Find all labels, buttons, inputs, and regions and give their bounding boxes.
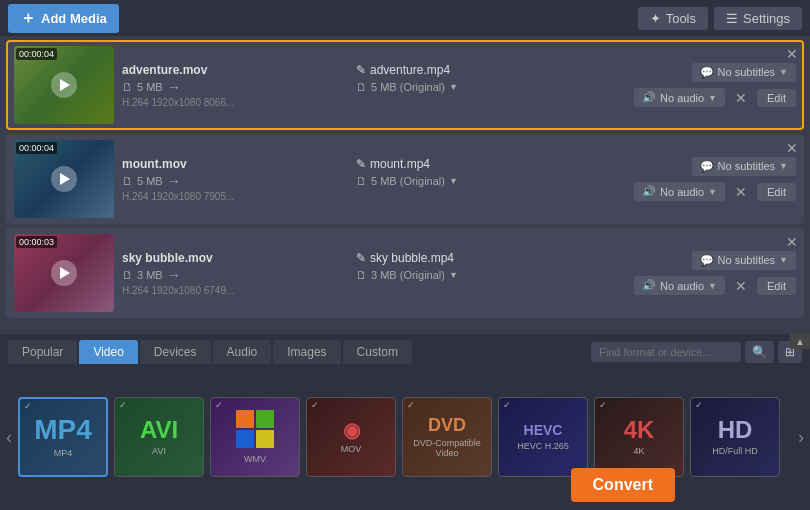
format-card-hd[interactable]: ✓ HD HD/Full HD [690, 397, 780, 477]
scroll-left-button[interactable]: ‹ [0, 427, 18, 448]
subtitle-row-2: 💬 No subtitles ▼ [692, 157, 796, 176]
convert-orange-label: Convert [593, 476, 653, 493]
format-card-dvd[interactable]: ✓ DVD DVD-Compatible Video [402, 397, 492, 477]
play-button-3[interactable] [51, 260, 77, 286]
format-label-wmv: WMV [244, 454, 266, 464]
media-info-1: adventure.mov ✎ adventure.mp4 🗋 5 MB → 🗋… [114, 63, 596, 108]
format-label-dvd: DVD-Compatible Video [403, 438, 491, 458]
remove-audio-1[interactable]: ✕ [731, 88, 751, 108]
arrow-icon: → [167, 79, 181, 95]
add-media-button[interactable]: ＋ Add Media [8, 4, 119, 33]
file-meta-3: H.264 1920x1080 6749... [122, 285, 588, 296]
remove-audio-2[interactable]: ✕ [731, 182, 751, 202]
arrow-icon: → [167, 173, 181, 189]
tab-custom[interactable]: Custom [343, 340, 412, 364]
pencil-icon: ✎ [356, 157, 366, 171]
format-label-mp4: MP4 [54, 448, 73, 458]
settings-label: Settings [743, 11, 790, 26]
dropdown-arrow: ▼ [449, 176, 458, 186]
format-card-hevc[interactable]: ✓ HEVC HEVC H.265 [498, 397, 588, 477]
audio-button-2[interactable]: 🔊 No audio ▼ [634, 182, 725, 201]
search-button[interactable]: 🔍 [745, 341, 774, 363]
format-panel: ▲ Popular Video Devices Audio Images Cus… [0, 334, 810, 510]
tab-images[interactable]: Images [273, 340, 340, 364]
pencil-icon: ✎ [356, 251, 366, 265]
remove-item-1[interactable]: ✕ [786, 46, 798, 62]
check-icon: ✓ [311, 400, 319, 410]
check-icon: ✓ [119, 400, 127, 410]
format-card-4k[interactable]: ✓ 4K 4K [594, 397, 684, 477]
tab-popular[interactable]: Popular [8, 340, 77, 364]
media-controls-1: 💬 No subtitles ▼ 🔊 No audio ▼ ✕ Edit [596, 63, 796, 108]
audio-button-3[interactable]: 🔊 No audio ▼ [634, 276, 725, 295]
check-icon: ✓ [503, 400, 511, 410]
subtitle-row-3: 💬 No subtitles ▼ [692, 251, 796, 270]
remove-audio-3[interactable]: ✕ [731, 276, 751, 296]
tools-label: Tools [666, 11, 696, 26]
format-search-input[interactable] [591, 342, 741, 362]
pencil-icon: ✎ [356, 63, 366, 77]
subtitle-icon: 💬 [700, 66, 714, 79]
check-icon: ✓ [24, 401, 32, 411]
format-logo-4k: 4K [624, 418, 655, 442]
format-logo-mp4: MP4 [34, 416, 92, 444]
play-button-1[interactable] [51, 72, 77, 98]
output-size-3: 🗋 3 MB (Original) ▼ [356, 269, 588, 281]
edit-button-3[interactable]: Edit [757, 277, 796, 295]
plus-icon: ＋ [20, 8, 36, 29]
format-label-hd: HD/Full HD [712, 446, 758, 456]
tab-audio[interactable]: Audio [213, 340, 272, 364]
subtitle-button-1[interactable]: 💬 No subtitles ▼ [692, 63, 796, 82]
format-logo-dvd: DVD [428, 416, 466, 434]
table-row[interactable]: 00:00:04 mount.mov ✎ mount.mp4 🗋 5 MB → … [6, 134, 804, 224]
thumbnail-1: 00:00:04 [14, 46, 114, 124]
table-row[interactable]: 00:00:04 adventure.mov ✎ adventure.mp4 🗋… [6, 40, 804, 130]
check-icon: ✓ [407, 400, 415, 410]
add-media-label: Add Media [41, 11, 107, 26]
format-card-avi[interactable]: ✓ AVI AVI [114, 397, 204, 477]
toolbar: ＋ Add Media ✦ Tools ☰ Settings [0, 0, 810, 36]
file-icon-out: 🗋 [356, 175, 367, 187]
dropdown-arrow: ▼ [449, 82, 458, 92]
audio-edit-row-2: 🔊 No audio ▼ ✕ Edit [634, 182, 796, 202]
thumbnail-2: 00:00:04 [14, 140, 114, 218]
check-icon: ✓ [215, 400, 223, 410]
format-logo-hd: HD [718, 418, 753, 442]
output-filename-1: ✎ adventure.mp4 [356, 63, 588, 77]
file-icon: 🗋 [122, 269, 133, 281]
toolbar-right: ✦ Tools ☰ Settings [638, 7, 802, 30]
audio-button-1[interactable]: 🔊 No audio ▼ [634, 88, 725, 107]
video-duration-3: 00:00:03 [16, 236, 57, 248]
panel-collapse-button[interactable]: ▲ [790, 334, 810, 349]
settings-button[interactable]: ☰ Settings [714, 7, 802, 30]
tab-devices[interactable]: Devices [140, 340, 211, 364]
remove-item-3[interactable]: ✕ [786, 234, 798, 250]
video-duration-1: 00:00:04 [16, 48, 57, 60]
audio-edit-row-1: 🔊 No audio ▼ ✕ Edit [634, 88, 796, 108]
convert-orange-button[interactable]: Convert [571, 468, 675, 502]
check-icon: ✓ [599, 400, 607, 410]
subtitle-button-3[interactable]: 💬 No subtitles ▼ [692, 251, 796, 270]
format-label-mov: MOV [341, 444, 362, 454]
format-card-mp4[interactable]: ✓ MP4 MP4 [18, 397, 108, 477]
remove-item-2[interactable]: ✕ [786, 140, 798, 156]
subtitle-icon: 💬 [700, 160, 714, 173]
table-row[interactable]: 00:00:03 sky bubble.mov ✎ sky bubble.mp4… [6, 228, 804, 318]
file-icon-out: 🗋 [356, 269, 367, 281]
format-card-wmv[interactable]: ✓ WMV [210, 397, 300, 477]
format-tabs: Popular Video Devices Audio Images Custo… [0, 334, 810, 364]
audio-icon: 🔊 [642, 91, 656, 104]
format-card-mov[interactable]: ✓ ◉ MOV [306, 397, 396, 477]
edit-button-1[interactable]: Edit [757, 89, 796, 107]
file-icon: 🗋 [122, 81, 133, 93]
file-meta-1: H.264 1920x1080 8066... [122, 97, 588, 108]
output-filename-3: ✎ sky bubble.mp4 [356, 251, 588, 265]
edit-button-2[interactable]: Edit [757, 183, 796, 201]
media-controls-2: 💬 No subtitles ▼ 🔊 No audio ▼ ✕ Edit [596, 157, 796, 202]
subtitle-button-2[interactable]: 💬 No subtitles ▼ [692, 157, 796, 176]
play-button-2[interactable] [51, 166, 77, 192]
scroll-right-button[interactable]: › [792, 427, 810, 448]
tools-button[interactable]: ✦ Tools [638, 7, 708, 30]
tab-video[interactable]: Video [79, 340, 137, 364]
output-filename-2: ✎ mount.mp4 [356, 157, 588, 171]
